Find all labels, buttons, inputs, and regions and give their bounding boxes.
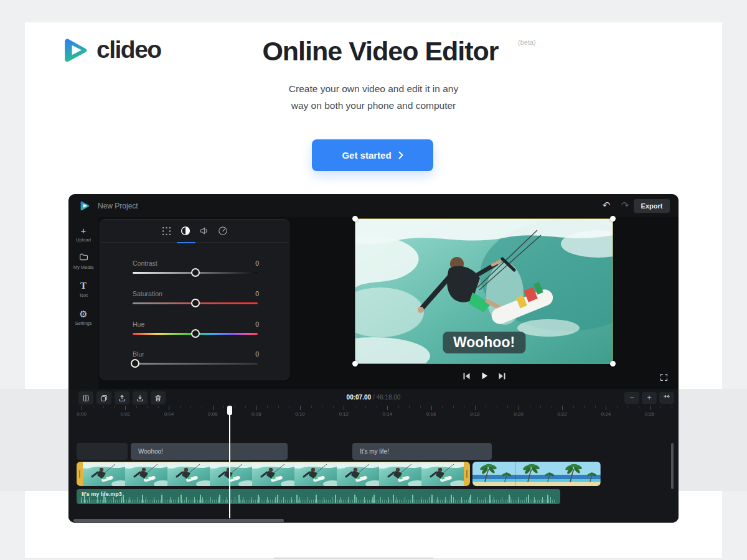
chevron-right-icon [398, 151, 403, 159]
slider-value: 0 [255, 320, 259, 328]
fullscreen-icon[interactable] [660, 373, 668, 384]
time-display: 00:07.00 / 46:18.00 [311, 394, 436, 401]
plus-icon: + [68, 225, 98, 236]
panel-tabs [100, 220, 289, 243]
undo-button[interactable]: ↶ [599, 198, 614, 213]
preview-caption[interactable]: Woohoo! [443, 332, 525, 353]
adjustments-panel: Contrast 0 Saturation 0 Hue 0 [100, 219, 289, 380]
text-clip-unlabeled[interactable] [77, 443, 128, 460]
project-name[interactable]: New Project [98, 202, 138, 210]
active-tab-indicator [177, 242, 195, 243]
timeline: 00:07.00 / 46:18.00 − + 0:00 0:02 0:04 0… [68, 389, 679, 523]
ruler-label: 0:10 [278, 411, 322, 417]
sidebar-item-my-media[interactable]: My Media [68, 253, 98, 270]
video-preview[interactable]: Woohoo! [355, 218, 613, 364]
audio-clip[interactable]: It's my life.mp3 [77, 489, 560, 504]
sidebar-item-text[interactable]: T Text [68, 281, 98, 298]
ruler-label: 0:26 [627, 411, 671, 417]
ruler-label: 0:16 [410, 411, 453, 417]
slider-knob[interactable] [191, 268, 200, 277]
delete-clip-button[interactable] [151, 391, 166, 404]
duplicate-clip-button[interactable] [96, 391, 111, 404]
subtitle-line-2: way on both your phone and computer [0, 97, 747, 114]
horizontal-scrollbar[interactable] [73, 519, 284, 522]
ruler-label: 0:12 [322, 411, 365, 417]
slider-knob[interactable] [191, 299, 200, 307]
contrast-slider[interactable] [133, 272, 258, 274]
bottom-divider-accent [274, 558, 433, 559]
sidebar-item-label: My Media [68, 264, 98, 270]
zoom-fit-button[interactable] [659, 392, 674, 404]
play-icon[interactable] [480, 371, 489, 380]
ruler-label: 0:20 [497, 411, 540, 417]
speed-tab-icon[interactable] [217, 226, 228, 236]
slider-knob[interactable] [191, 329, 200, 338]
page: clideo Online Video Editor (beta) Create… [0, 0, 747, 560]
volume-tab-icon[interactable] [199, 226, 209, 236]
editor-header: New Project ↶ ↷ Export [68, 194, 679, 217]
adjust-color-tab-icon[interactable] [180, 226, 190, 236]
transform-tab-icon[interactable] [161, 226, 172, 236]
export-button[interactable]: Export [634, 199, 670, 213]
hue-slider[interactable] [133, 333, 258, 335]
redo-button[interactable]: ↷ [618, 198, 632, 213]
folder-icon [68, 253, 98, 263]
slider-row-hue: Hue 0 [133, 320, 258, 335]
bring-forward-button[interactable] [115, 391, 129, 404]
zoom-in-button[interactable]: + [642, 392, 657, 404]
get-started-label: Get started [342, 150, 391, 161]
gear-icon: ⚙ [68, 309, 98, 319]
current-time: 00:07.00 [347, 394, 371, 401]
playhead[interactable] [229, 406, 230, 518]
resize-handle-bottom-left[interactable] [352, 361, 358, 366]
ruler-label: 0:02 [103, 411, 147, 417]
video-clip-palms[interactable] [472, 462, 601, 486]
ruler-label: 0:08 [235, 411, 278, 417]
skip-end-icon[interactable] [498, 372, 506, 380]
ruler-label: 0:00 [68, 411, 103, 417]
ruler-label: 0:18 [453, 411, 497, 417]
sidebar-item-label: Text [68, 292, 98, 298]
get-started-button[interactable]: Get started [312, 139, 433, 171]
timeline-ruler[interactable]: 0:00 0:02 0:04 0:06 0:08 0:10 0:12 0:14 … [68, 411, 672, 417]
blur-slider[interactable] [133, 363, 258, 365]
sidebar-item-settings[interactable]: ⚙ Settings [68, 309, 98, 326]
video-clip-selected[interactable] [77, 462, 470, 486]
video-editor-window: New Project ↶ ↷ Export + Upload My Media… [68, 194, 679, 523]
sidebar-item-label: Upload [68, 237, 98, 243]
subtitle-line-1: Create your own video and edit it in any [0, 80, 747, 97]
clideo-play-icon [62, 36, 90, 63]
resize-handle-top-left[interactable] [352, 216, 358, 222]
sidebar-item-upload[interactable]: + Upload [68, 225, 98, 243]
slider-label: Blur [133, 350, 144, 358]
text-track: Woohoo! It's my life! [68, 443, 679, 460]
playback-controls [355, 371, 613, 380]
slider-value: 0 [255, 259, 259, 267]
send-backward-button[interactable] [133, 391, 148, 404]
brand-wordmark: clideo [96, 36, 161, 63]
resize-handle-top-right[interactable] [610, 216, 616, 222]
resize-handle-bottom-right[interactable] [610, 361, 616, 366]
timeline-toolbar [78, 391, 166, 404]
video-clip-thumbnails [83, 462, 464, 486]
saturation-slider[interactable] [133, 302, 258, 304]
ruler-label: 0:24 [584, 411, 627, 417]
slider-knob[interactable] [131, 359, 139, 368]
editor-logo-icon[interactable] [80, 200, 90, 211]
ruler-label: 0:22 [540, 411, 584, 417]
text-tool-icon: T [68, 281, 98, 291]
beta-badge: (beta) [518, 39, 536, 46]
sidebar-item-label: Settings [68, 320, 98, 326]
ruler-label: 0:04 [147, 411, 190, 417]
timeline-ruler-ticks [82, 406, 673, 410]
ruler-label: 0:14 [365, 411, 409, 417]
skip-start-icon[interactable] [463, 372, 471, 380]
vertical-scrollbar[interactable] [671, 443, 674, 489]
clideo-logo[interactable]: clideo [62, 36, 161, 63]
text-clip[interactable]: Woohoo! [131, 443, 288, 460]
slider-row-contrast: Contrast 0 [133, 259, 258, 274]
zoom-out-button[interactable]: − [624, 392, 639, 404]
split-clip-button[interactable] [78, 391, 93, 404]
text-clip[interactable]: It's my life! [352, 443, 492, 460]
total-time: 46:18.00 [376, 394, 400, 401]
